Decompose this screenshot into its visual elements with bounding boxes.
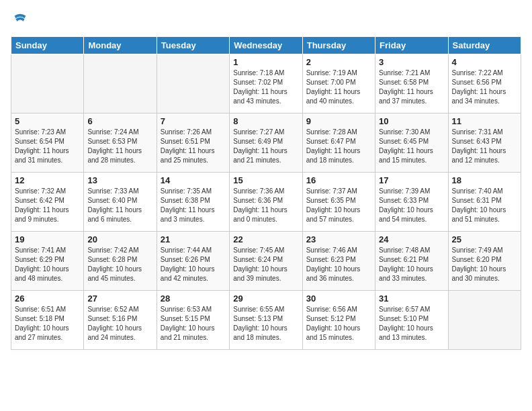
day-info: Sunrise: 7:31 AM Sunset: 6:43 PM Dayligh… xyxy=(452,128,517,165)
day-number: 21 xyxy=(161,234,226,244)
calendar-table: SundayMondayTuesdayWednesdayThursdayFrid… xyxy=(11,36,521,350)
day-info: Sunrise: 6:53 AM Sunset: 5:15 PM Dayligh… xyxy=(161,305,226,342)
day-info: Sunrise: 6:56 AM Sunset: 5:12 PM Dayligh… xyxy=(306,305,371,342)
calendar-cell: 6Sunrise: 7:24 AM Sunset: 6:53 PM Daylig… xyxy=(84,113,157,173)
header-day-sunday: Sunday xyxy=(11,37,84,54)
calendar-cell: 31Sunrise: 6:57 AM Sunset: 5:10 PM Dayli… xyxy=(375,291,448,350)
day-number: 14 xyxy=(161,175,226,185)
day-number: 4 xyxy=(452,57,517,67)
day-number: 20 xyxy=(87,234,152,244)
day-number: 29 xyxy=(233,293,298,304)
day-info: Sunrise: 7:30 AM Sunset: 6:45 PM Dayligh… xyxy=(379,128,444,165)
calendar-cell: 28Sunrise: 6:53 AM Sunset: 5:15 PM Dayli… xyxy=(157,291,229,350)
logo-icon xyxy=(11,11,30,30)
day-info: Sunrise: 7:48 AM Sunset: 6:21 PM Dayligh… xyxy=(379,246,444,283)
page-header xyxy=(11,11,521,30)
day-info: Sunrise: 7:21 AM Sunset: 6:58 PM Dayligh… xyxy=(379,68,444,106)
day-info: Sunrise: 7:18 AM Sunset: 7:02 PM Dayligh… xyxy=(233,68,298,106)
calendar-cell: 4Sunrise: 7:22 AM Sunset: 6:56 PM Daylig… xyxy=(448,54,521,113)
day-number: 9 xyxy=(306,116,371,126)
day-number: 7 xyxy=(161,116,226,126)
day-info: Sunrise: 6:51 AM Sunset: 5:18 PM Dayligh… xyxy=(15,305,80,342)
day-info: Sunrise: 7:36 AM Sunset: 6:36 PM Dayligh… xyxy=(233,187,298,224)
calendar-header: SundayMondayTuesdayWednesdayThursdayFrid… xyxy=(11,37,521,54)
calendar-cell: 10Sunrise: 7:30 AM Sunset: 6:45 PM Dayli… xyxy=(375,113,448,173)
calendar-cell: 24Sunrise: 7:48 AM Sunset: 6:21 PM Dayli… xyxy=(375,232,448,291)
calendar-cell xyxy=(448,291,521,350)
day-info: Sunrise: 7:33 AM Sunset: 6:40 PM Dayligh… xyxy=(87,187,152,224)
day-info: Sunrise: 7:26 AM Sunset: 6:51 PM Dayligh… xyxy=(161,128,226,165)
day-info: Sunrise: 7:39 AM Sunset: 6:33 PM Dayligh… xyxy=(379,187,444,224)
day-info: Sunrise: 7:24 AM Sunset: 6:53 PM Dayligh… xyxy=(87,128,152,165)
calendar-cell: 3Sunrise: 7:21 AM Sunset: 6:58 PM Daylig… xyxy=(375,54,448,113)
calendar-cell: 20Sunrise: 7:42 AM Sunset: 6:28 PM Dayli… xyxy=(84,232,157,291)
day-info: Sunrise: 7:27 AM Sunset: 6:49 PM Dayligh… xyxy=(233,128,298,165)
week-row: 19Sunrise: 7:41 AM Sunset: 6:29 PM Dayli… xyxy=(11,232,521,291)
day-number: 15 xyxy=(233,175,298,185)
day-number: 23 xyxy=(306,234,371,244)
calendar-cell: 11Sunrise: 7:31 AM Sunset: 6:43 PM Dayli… xyxy=(448,113,521,173)
day-info: Sunrise: 7:46 AM Sunset: 6:23 PM Dayligh… xyxy=(306,246,371,283)
day-number: 12 xyxy=(15,175,80,185)
day-number: 17 xyxy=(379,175,444,185)
calendar-cell: 12Sunrise: 7:32 AM Sunset: 6:42 PM Dayli… xyxy=(11,173,84,232)
calendar-cell xyxy=(84,54,157,113)
week-row: 1Sunrise: 7:18 AM Sunset: 7:02 PM Daylig… xyxy=(11,54,521,113)
day-info: Sunrise: 7:22 AM Sunset: 6:56 PM Dayligh… xyxy=(452,68,517,106)
day-info: Sunrise: 7:19 AM Sunset: 7:00 PM Dayligh… xyxy=(306,68,371,106)
calendar-body: 1Sunrise: 7:18 AM Sunset: 7:02 PM Daylig… xyxy=(11,54,521,350)
day-info: Sunrise: 6:57 AM Sunset: 5:10 PM Dayligh… xyxy=(379,305,444,342)
calendar-cell: 5Sunrise: 7:23 AM Sunset: 6:54 PM Daylig… xyxy=(11,113,84,173)
calendar-cell: 25Sunrise: 7:49 AM Sunset: 6:20 PM Dayli… xyxy=(448,232,521,291)
day-number: 26 xyxy=(15,293,80,304)
day-info: Sunrise: 7:28 AM Sunset: 6:47 PM Dayligh… xyxy=(306,128,371,165)
calendar-cell: 15Sunrise: 7:36 AM Sunset: 6:36 PM Dayli… xyxy=(230,173,302,232)
day-info: Sunrise: 7:37 AM Sunset: 6:35 PM Dayligh… xyxy=(306,187,371,224)
calendar-cell xyxy=(157,54,229,113)
day-info: Sunrise: 7:40 AM Sunset: 6:31 PM Dayligh… xyxy=(452,187,517,224)
day-number: 28 xyxy=(161,293,226,304)
day-number: 2 xyxy=(306,57,371,67)
calendar-cell: 30Sunrise: 6:56 AM Sunset: 5:12 PM Dayli… xyxy=(302,291,375,350)
day-number: 6 xyxy=(87,116,152,126)
day-number: 11 xyxy=(452,116,517,126)
day-number: 5 xyxy=(15,116,80,126)
calendar-cell: 29Sunrise: 6:55 AM Sunset: 5:13 PM Dayli… xyxy=(230,291,302,350)
day-number: 25 xyxy=(452,234,517,244)
day-number: 3 xyxy=(379,57,444,67)
day-info: Sunrise: 7:45 AM Sunset: 6:24 PM Dayligh… xyxy=(233,246,298,283)
calendar-cell: 23Sunrise: 7:46 AM Sunset: 6:23 PM Dayli… xyxy=(302,232,375,291)
header-row: SundayMondayTuesdayWednesdayThursdayFrid… xyxy=(11,37,521,54)
header-day-monday: Monday xyxy=(84,37,157,54)
week-row: 26Sunrise: 6:51 AM Sunset: 5:18 PM Dayli… xyxy=(11,291,521,350)
calendar-cell xyxy=(11,54,84,113)
day-number: 8 xyxy=(233,116,298,126)
calendar-cell: 7Sunrise: 7:26 AM Sunset: 6:51 PM Daylig… xyxy=(157,113,229,173)
calendar-cell: 21Sunrise: 7:44 AM Sunset: 6:26 PM Dayli… xyxy=(157,232,229,291)
day-number: 31 xyxy=(379,293,444,304)
calendar-cell: 22Sunrise: 7:45 AM Sunset: 6:24 PM Dayli… xyxy=(230,232,302,291)
logo xyxy=(11,11,32,30)
calendar-cell: 1Sunrise: 7:18 AM Sunset: 7:02 PM Daylig… xyxy=(230,54,302,113)
calendar-cell: 17Sunrise: 7:39 AM Sunset: 6:33 PM Dayli… xyxy=(375,173,448,232)
calendar-cell: 19Sunrise: 7:41 AM Sunset: 6:29 PM Dayli… xyxy=(11,232,84,291)
day-info: Sunrise: 7:49 AM Sunset: 6:20 PM Dayligh… xyxy=(452,246,517,283)
week-row: 5Sunrise: 7:23 AM Sunset: 6:54 PM Daylig… xyxy=(11,113,521,173)
calendar-cell: 9Sunrise: 7:28 AM Sunset: 6:47 PM Daylig… xyxy=(302,113,375,173)
day-number: 18 xyxy=(452,175,517,185)
calendar-cell: 18Sunrise: 7:40 AM Sunset: 6:31 PM Dayli… xyxy=(448,173,521,232)
day-number: 13 xyxy=(87,175,152,185)
calendar-cell: 16Sunrise: 7:37 AM Sunset: 6:35 PM Dayli… xyxy=(302,173,375,232)
day-number: 24 xyxy=(379,234,444,244)
calendar-cell: 14Sunrise: 7:35 AM Sunset: 6:38 PM Dayli… xyxy=(157,173,229,232)
day-number: 16 xyxy=(306,175,371,185)
calendar-cell: 8Sunrise: 7:27 AM Sunset: 6:49 PM Daylig… xyxy=(230,113,302,173)
day-number: 22 xyxy=(233,234,298,244)
day-info: Sunrise: 7:35 AM Sunset: 6:38 PM Dayligh… xyxy=(161,187,226,224)
day-number: 27 xyxy=(87,293,152,304)
day-info: Sunrise: 6:55 AM Sunset: 5:13 PM Dayligh… xyxy=(233,305,298,342)
header-day-saturday: Saturday xyxy=(448,37,521,54)
calendar-cell: 2Sunrise: 7:19 AM Sunset: 7:00 PM Daylig… xyxy=(302,54,375,113)
day-number: 19 xyxy=(15,234,80,244)
calendar-cell: 27Sunrise: 6:52 AM Sunset: 5:16 PM Dayli… xyxy=(84,291,157,350)
